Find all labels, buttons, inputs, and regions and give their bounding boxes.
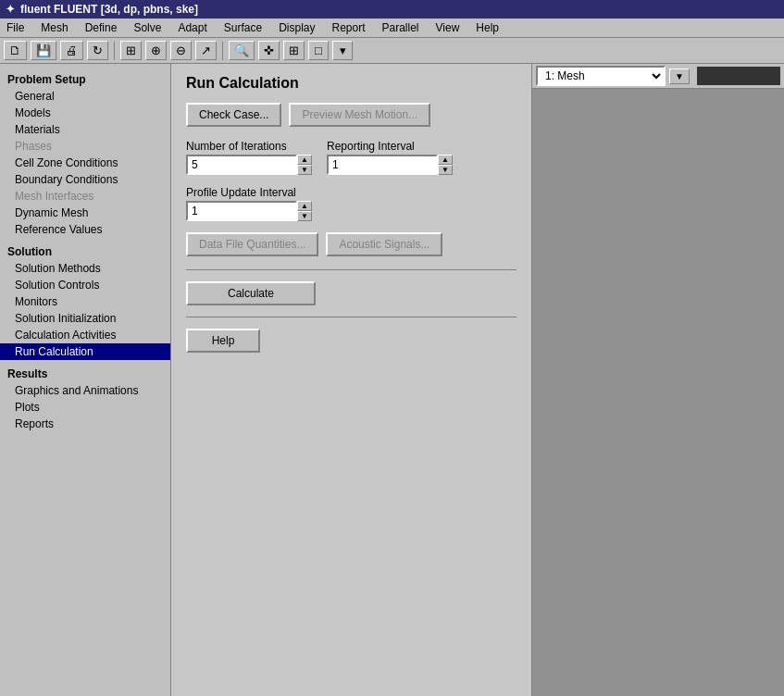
num-iterations-input[interactable] <box>186 155 297 175</box>
menu-bar: File Mesh Define Solve Adapt Surface Dis… <box>0 19 784 38</box>
toolbar-zoom-out[interactable]: ⊖ <box>170 41 192 60</box>
check-case-button[interactable]: Check Case... <box>186 103 281 127</box>
sidebar-item-materials[interactable]: Materials <box>0 121 170 138</box>
menu-file[interactable]: File <box>4 20 27 35</box>
sidebar-item-mesh-interfaces: Mesh Interfaces <box>0 188 170 205</box>
sidebar-item-run-calculation[interactable]: Run Calculation <box>0 343 170 360</box>
graphics-canvas <box>532 89 784 696</box>
reporting-interval-down[interactable]: ▼ <box>438 165 453 175</box>
graphics-view-select[interactable]: 1: Mesh <box>536 66 666 86</box>
sidebar-item-graphics-animations[interactable]: Graphics and Animations <box>0 382 170 399</box>
content-area: Run Calculation Check Case... Preview Me… <box>171 64 784 696</box>
app-title: fluent FLUENT [3d, dp, pbns, ske] <box>20 3 198 16</box>
num-iterations-spinner: ▲ ▼ <box>186 155 312 175</box>
menu-parallel[interactable]: Parallel <box>380 20 422 35</box>
sidebar-item-solution-initialization[interactable]: Solution Initialization <box>0 310 170 327</box>
help-btn-row: Help <box>186 329 516 353</box>
sidebar-section-problem-setup: Problem Setup <box>0 71 170 88</box>
sidebar-item-cell-zone-conditions[interactable]: Cell Zone Conditions <box>0 155 170 171</box>
sidebar-item-general[interactable]: General <box>0 88 170 105</box>
sidebar-item-boundary-conditions[interactable]: Boundary Conditions <box>0 171 170 188</box>
top-button-row: Check Case... Preview Mesh Motion... <box>186 103 516 127</box>
num-iterations-down[interactable]: ▼ <box>297 165 312 175</box>
sidebar: Problem Setup General Models Materials P… <box>0 64 171 696</box>
toolbar-rotate[interactable]: ↗ <box>195 41 217 60</box>
calculate-button[interactable]: Calculate <box>186 281 316 305</box>
graphics-dropdown-arrow[interactable]: ▼ <box>669 68 690 84</box>
sidebar-item-solution-methods[interactable]: Solution Methods <box>0 260 170 277</box>
profile-update-label: Profile Update Interval <box>186 186 516 199</box>
main-layout: Problem Setup General Models Materials P… <box>0 64 784 696</box>
sidebar-section-solution: Solution <box>0 243 170 260</box>
menu-adapt[interactable]: Adapt <box>175 20 209 35</box>
sidebar-item-monitors[interactable]: Monitors <box>0 293 170 310</box>
sidebar-item-reference-values[interactable]: Reference Values <box>0 221 170 238</box>
sidebar-item-reports[interactable]: Reports <box>0 416 170 432</box>
reporting-interval-spinner: ▲ ▼ <box>327 155 453 175</box>
sidebar-item-calculation-activities[interactable]: Calculation Activities <box>0 327 170 343</box>
help-button[interactable]: Help <box>186 329 260 353</box>
graphics-toolbar: 1: Mesh ▼ <box>532 64 784 89</box>
profile-update-input[interactable] <box>186 201 297 221</box>
data-file-button[interactable]: Data File Quantities... <box>186 232 318 256</box>
menu-report[interactable]: Report <box>329 20 367 35</box>
reporting-interval-field: Reporting Interval ▲ ▼ <box>327 140 453 175</box>
sidebar-item-plots[interactable]: Plots <box>0 399 170 416</box>
sidebar-item-dynamic-mesh[interactable]: Dynamic Mesh <box>0 205 170 221</box>
menu-display[interactable]: Display <box>276 20 317 35</box>
reporting-interval-input[interactable] <box>327 155 438 175</box>
num-iterations-arrows: ▲ ▼ <box>297 155 312 175</box>
preview-mesh-button[interactable]: Preview Mesh Motion... <box>289 103 430 127</box>
menu-surface[interactable]: Surface <box>221 20 265 35</box>
menu-help[interactable]: Help <box>473 20 502 35</box>
divider-1 <box>186 269 516 270</box>
toolbar-grid[interactable]: ⊞ <box>283 41 305 60</box>
title-bar: ✦ fluent FLUENT [3d, dp, pbns, ske] <box>0 0 784 19</box>
toolbar-select[interactable]: □ <box>308 41 329 60</box>
profile-update-spinner: ▲ ▼ <box>186 201 516 221</box>
profile-update-field: Profile Update Interval ▲ ▼ <box>186 186 516 221</box>
num-iterations-label: Number of Iterations <box>186 140 312 153</box>
profile-update-down[interactable]: ▼ <box>297 211 312 221</box>
toolbar-print[interactable]: 🖨 <box>60 41 83 60</box>
profile-update-arrows: ▲ ▼ <box>297 201 312 221</box>
toolbar-refresh[interactable]: ↻ <box>87 41 108 60</box>
toolbar-new[interactable]: 🗋 <box>4 41 27 60</box>
app-icon: ✦ <box>6 3 15 16</box>
toolbar-save[interactable]: 💾 <box>31 41 56 60</box>
toolbar-sep-2 <box>222 42 223 60</box>
sidebar-item-models[interactable]: Models <box>0 105 170 121</box>
toolbar-zoom-in[interactable]: ⊕ <box>145 41 167 60</box>
toolbar-sep-1 <box>114 42 115 60</box>
data-btn-row: Data File Quantities... Acoustic Signals… <box>186 232 516 256</box>
acoustic-button[interactable]: Acoustic Signals... <box>326 232 442 256</box>
reporting-interval-label: Reporting Interval <box>327 140 453 153</box>
panel-title: Run Calculation <box>186 75 516 92</box>
reporting-interval-up[interactable]: ▲ <box>438 155 453 165</box>
toolbar-zoom-fit[interactable]: ⊞ <box>120 41 142 60</box>
graphics-panel: 1: Mesh ▼ <box>532 64 784 696</box>
menu-mesh[interactable]: Mesh <box>38 20 70 35</box>
sidebar-item-solution-controls[interactable]: Solution Controls <box>0 277 170 293</box>
toolbar-more[interactable]: ▾ <box>332 41 353 60</box>
sidebar-section-results: Results <box>0 366 170 382</box>
menu-define[interactable]: Define <box>82 20 120 35</box>
toolbar-zoom[interactable]: 🔍 <box>229 41 255 60</box>
menu-solve[interactable]: Solve <box>131 20 164 35</box>
graphics-color-bar <box>697 67 780 85</box>
reporting-interval-arrows: ▲ ▼ <box>438 155 453 175</box>
num-iterations-up[interactable]: ▲ <box>297 155 312 165</box>
iterations-row: Number of Iterations ▲ ▼ Reporting Inter… <box>186 140 516 175</box>
profile-update-up[interactable]: ▲ <box>297 201 312 211</box>
calculate-btn-row: Calculate <box>186 281 516 305</box>
run-calculation-panel: Run Calculation Check Case... Preview Me… <box>171 64 532 696</box>
sidebar-item-phases: Phases <box>0 138 170 155</box>
toolbar-pan[interactable]: ✜ <box>258 41 280 60</box>
divider-2 <box>186 317 516 317</box>
menu-view[interactable]: View <box>433 20 463 35</box>
toolbar: 🗋 💾 🖨 ↻ ⊞ ⊕ ⊖ ↗ 🔍 ✜ ⊞ □ ▾ <box>0 38 784 64</box>
num-iterations-field: Number of Iterations ▲ ▼ <box>186 140 312 175</box>
